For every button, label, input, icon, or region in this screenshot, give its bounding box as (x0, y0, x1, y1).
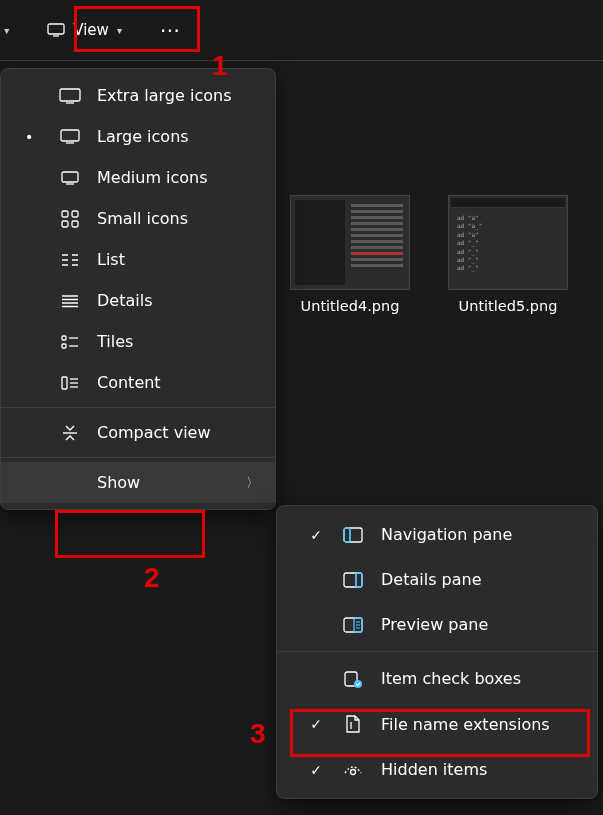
file-name: Untitled4.png (301, 298, 400, 314)
eye-icon (341, 763, 365, 777)
svg-rect-26 (62, 377, 67, 389)
annotation-label-2: 2 (144, 562, 160, 594)
svg-rect-0 (48, 24, 64, 34)
content-icon (59, 376, 81, 390)
submenu-item-check-boxes[interactable]: Item check boxes (277, 656, 597, 701)
detailpane-icon (341, 572, 365, 588)
svg-rect-6 (62, 172, 78, 182)
svg-point-43 (354, 680, 362, 688)
monitor-lg-icon (59, 129, 81, 144)
file-item[interactable]: Untitled4.png (280, 195, 420, 314)
menu-separator (1, 407, 275, 408)
compact-icon (59, 425, 81, 441)
annotation-label-3: 3 (250, 718, 266, 750)
command-bar: ort ▾ View ▾ ⋯ (0, 10, 192, 50)
submenu-item-label: Item check boxes (381, 669, 521, 688)
menu-item-label: Medium icons (97, 168, 208, 187)
view-dropdown[interactable]: View ▾ (37, 15, 132, 45)
submenu-item-label: Navigation pane (381, 525, 512, 544)
file-item[interactable]: ad "a" ad "a_" ad "a" ad "_" ad "_" ad "… (438, 195, 578, 314)
sort-dropdown[interactable]: ort ▾ (0, 15, 19, 45)
toolbar-divider (0, 60, 603, 61)
menu-item-medium-icons[interactable]: Medium icons (1, 157, 275, 198)
svg-rect-10 (62, 221, 68, 227)
menu-item-show[interactable]: Show 〉 (1, 462, 275, 503)
check-icon: ✓ (307, 716, 325, 732)
previewpane-icon (341, 617, 365, 633)
menu-item-label: Tiles (97, 332, 133, 351)
menu-item-list[interactable]: List (1, 239, 275, 280)
svg-rect-36 (356, 573, 362, 587)
menu-item-label: Compact view (97, 423, 211, 442)
menu-item-label: Show (97, 473, 140, 492)
svg-rect-8 (62, 211, 68, 217)
monitor-icon (47, 23, 65, 37)
view-label: View (73, 21, 109, 39)
file-thumbnail (290, 195, 410, 290)
menu-separator (1, 457, 275, 458)
menu-item-label: Extra large icons (97, 86, 231, 105)
more-button[interactable]: ⋯ (150, 12, 192, 48)
svg-rect-4 (61, 130, 79, 141)
svg-rect-34 (344, 573, 362, 587)
menu-item-small-icons[interactable]: Small icons (1, 198, 275, 239)
ellipsis-icon: ⋯ (160, 18, 182, 42)
menu-item-extra-large-icons[interactable]: Extra large icons (1, 75, 275, 116)
tiles-icon (59, 335, 81, 349)
svg-rect-33 (344, 528, 350, 542)
svg-rect-24 (62, 344, 66, 348)
menu-item-content[interactable]: Content (1, 362, 275, 403)
file-ext-icon (341, 714, 365, 734)
submenu-item-details-pane[interactable]: Details pane (277, 557, 597, 602)
svg-rect-31 (344, 528, 362, 542)
monitor-xl-icon (59, 88, 81, 104)
menu-item-label: Large icons (97, 127, 189, 146)
submenu-item-preview-pane[interactable]: Preview pane (277, 602, 597, 647)
list-icon (59, 253, 81, 267)
check-icon: ✓ (307, 527, 325, 543)
annotation-box-2 (55, 510, 205, 558)
menu-item-compact-view[interactable]: Compact view (1, 412, 275, 453)
view-context-menu: Extra large icons Large icons Medium ico… (0, 68, 276, 510)
menu-item-label: Details (97, 291, 152, 310)
checkbox-icon (341, 670, 365, 688)
svg-rect-2 (60, 89, 80, 101)
submenu-item-label: Details pane (381, 570, 482, 589)
navpane-icon (341, 527, 365, 543)
menu-item-tiles[interactable]: Tiles (1, 321, 275, 362)
file-name: Untitled5.png (459, 298, 558, 314)
submenu-separator (277, 651, 597, 652)
svg-point-45 (351, 769, 356, 774)
submenu-item-navigation-pane[interactable]: ✓ Navigation pane (277, 512, 597, 557)
monitor-md-icon (59, 171, 81, 185)
svg-rect-11 (72, 221, 78, 227)
menu-item-label: Content (97, 373, 161, 392)
details-icon (59, 294, 81, 308)
svg-rect-22 (62, 336, 66, 340)
submenu-item-file-extensions[interactable]: ✓ File name extensions (277, 701, 597, 747)
menu-item-details[interactable]: Details (1, 280, 275, 321)
file-thumbnail: ad "a" ad "a_" ad "a" ad "_" ad "_" ad "… (448, 195, 568, 290)
submenu-item-hidden-items[interactable]: ✓ Hidden items (277, 747, 597, 792)
grid-icon (59, 210, 81, 228)
menu-item-label: List (97, 250, 125, 269)
check-icon: ✓ (307, 762, 325, 778)
show-submenu: ✓ Navigation pane Details pane Preview p… (276, 505, 598, 799)
menu-item-label: Small icons (97, 209, 188, 228)
submenu-item-label: File name extensions (381, 715, 550, 734)
svg-rect-9 (72, 211, 78, 217)
menu-item-large-icons[interactable]: Large icons (1, 116, 275, 157)
submenu-item-label: Preview pane (381, 615, 488, 634)
chevron-right-icon: 〉 (246, 474, 259, 492)
chevron-down-icon: ▾ (117, 25, 122, 36)
chevron-down-icon: ▾ (4, 25, 9, 36)
submenu-item-label: Hidden items (381, 760, 487, 779)
